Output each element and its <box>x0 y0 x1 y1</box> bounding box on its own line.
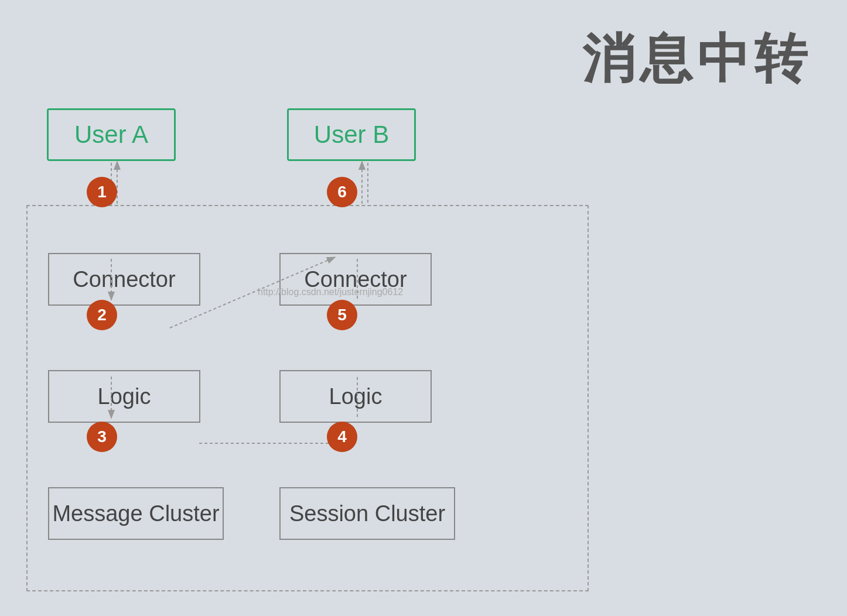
badge-2: 2 <box>87 300 117 330</box>
connector-b-box: Connector <box>279 253 432 306</box>
badge-3: 3 <box>87 422 117 452</box>
logic-a-box: Logic <box>48 370 200 423</box>
connector-a-box: Connector <box>48 253 200 306</box>
badge-5: 5 <box>327 300 357 330</box>
badge-1: 1 <box>87 177 117 207</box>
user-b-box: User B <box>287 108 416 161</box>
user-a-box: User A <box>47 108 176 161</box>
badge-6: 6 <box>327 177 357 207</box>
watermark-text: http://blog.csdn.net/justernjing0612 <box>258 287 403 297</box>
session-cluster-box: Session Cluster <box>279 487 455 540</box>
badge-4: 4 <box>327 422 357 452</box>
logic-b-box: Logic <box>279 370 432 423</box>
main-container: Connector Connector Logic Logic Message … <box>26 205 589 591</box>
page-title: 消息中转 <box>582 23 812 95</box>
message-cluster-box: Message Cluster <box>48 487 224 540</box>
